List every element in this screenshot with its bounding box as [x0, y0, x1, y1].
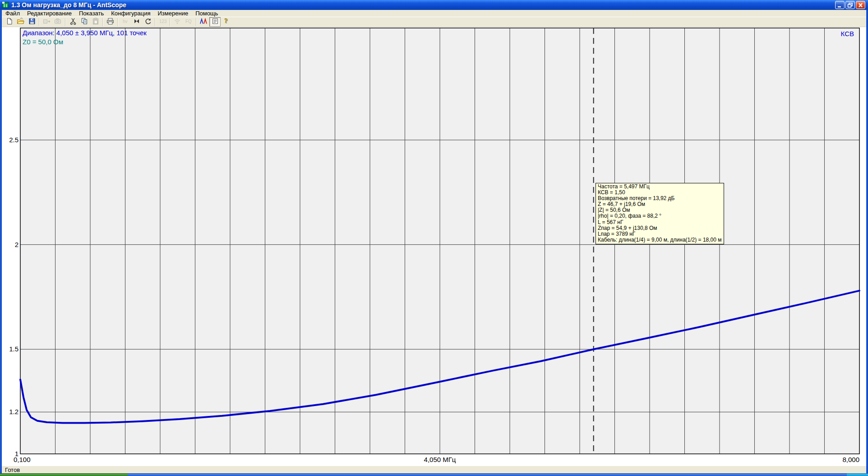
frequency-button: FQ	[183, 17, 194, 27]
screenshot-icon	[54, 17, 62, 27]
write-device-button	[41, 17, 52, 27]
chart-client-area: Диапазон: 4,050 ± 3,950 МГц, 101 точек Z…	[2, 27, 866, 466]
minimize-icon	[837, 3, 843, 8]
write-device-icon	[42, 17, 51, 27]
menu-item-measurement[interactable]: Измерение	[154, 10, 192, 17]
restore-icon	[847, 3, 853, 8]
copy-icon	[80, 17, 88, 27]
x-axis-label: 8,000	[842, 456, 859, 463]
antscope-app-icon	[2, 1, 9, 9]
menu-item-edit[interactable]: Редактирование	[23, 10, 75, 17]
taskbar-sliver[interactable]	[128, 473, 847, 476]
window-border-left	[0, 10, 2, 473]
menu-bar: ФайлРедактированиеПоказатьКонфигурацияИз…	[2, 10, 866, 17]
taskbar	[0, 473, 868, 476]
help-button[interactable]: ??	[221, 17, 232, 27]
toolbar-separator	[65, 18, 66, 26]
antenna-icon	[173, 17, 182, 27]
hv-scale-icon: hv	[121, 17, 129, 27]
open-button[interactable]	[15, 17, 26, 27]
new-document-icon	[5, 17, 14, 27]
save-icon	[28, 17, 36, 27]
report-button[interactable]	[209, 17, 221, 27]
tooltip-line: |rho| = 0,20, фаза = 88,2 °	[598, 213, 722, 219]
system-tray-sliver[interactable]	[847, 473, 868, 476]
svg-text:?: ?	[224, 18, 227, 24]
svg-text:123: 123	[159, 19, 167, 24]
print-icon	[106, 17, 115, 27]
menu-item-file[interactable]: Файл	[2, 10, 23, 17]
y-axis-label: 1.5	[2, 345, 18, 353]
paste-button	[90, 17, 101, 27]
tooltip-line: Lпар = 3789 нГ	[598, 231, 722, 237]
cursor-tooltip: Частота = 5,497 МГцКСВ = 1,50Возвратные …	[596, 183, 724, 244]
start-button-sliver[interactable]	[0, 473, 128, 476]
toolbar-separator	[102, 18, 103, 26]
menu-item-view[interactable]: Показать	[75, 10, 107, 17]
toolbar-separator	[170, 18, 171, 26]
svg-text:hv: hv	[123, 19, 128, 24]
restore-button[interactable]	[845, 1, 855, 9]
close-button[interactable]	[856, 1, 865, 9]
screenshot-button	[52, 17, 64, 27]
status-text: Готов	[5, 467, 20, 473]
y-axis-label: 2.5	[2, 136, 18, 144]
toolbar-separator	[196, 18, 197, 26]
z0-label: Z0 = 50,0 Ом	[23, 38, 63, 46]
fq-icon: FQ	[185, 17, 194, 27]
y-axis-label: 2	[2, 241, 18, 248]
refresh-icon	[144, 17, 152, 27]
sweep-range-label: Диапазон: 4,050 ± 3,950 МГц, 101 точек	[23, 29, 147, 37]
zoom-select-icon	[133, 17, 141, 27]
numeric-display-button: 123	[157, 17, 168, 27]
new-button[interactable]	[4, 17, 15, 27]
hv-scale-button: hv	[120, 17, 131, 27]
menu-item-help[interactable]: Помощь	[192, 10, 222, 17]
cut-button[interactable]	[67, 17, 78, 27]
tooltip-line: L = 567 нГ	[598, 219, 722, 225]
toolbar-separator	[39, 18, 40, 26]
numeric-123-icon: 123	[158, 17, 167, 27]
help-icon: ??	[223, 17, 230, 27]
x-axis-label: 4,050 МГц	[424, 456, 456, 463]
waveform-icon	[199, 17, 208, 27]
print-button[interactable]	[105, 17, 116, 27]
toolbar-separator	[155, 18, 156, 26]
paste-icon	[92, 17, 100, 27]
zoom-select-button[interactable]	[131, 17, 142, 27]
cut-icon	[69, 17, 77, 27]
x-axis-label: 0,100	[14, 456, 31, 463]
title-bar[interactable]: 1.3 Ом нагрузка_до 8 МГц - AntScope	[0, 0, 868, 10]
swr-chart[interactable]	[2, 27, 866, 466]
svg-text:FQ: FQ	[185, 19, 192, 24]
tooltip-line: Кабель: длина(1/4) = 9,00 м, длина(1/2) …	[598, 237, 722, 243]
antscope-window: 1.3 Ом нагрузка_до 8 МГц - AntScope Файл…	[0, 0, 868, 476]
toolbar: hv123FQ??	[2, 17, 866, 27]
trace-type-label: КСВ	[841, 30, 854, 37]
waveform-button[interactable]	[198, 17, 209, 27]
refresh-button[interactable]	[142, 17, 153, 27]
close-icon	[858, 3, 863, 8]
report-icon	[211, 17, 219, 27]
window-buttons	[835, 1, 865, 9]
save-button[interactable]	[26, 17, 37, 27]
window-title: 1.3 Ом нагрузка_до 8 МГц - AntScope	[11, 1, 835, 9]
window-border-right	[866, 10, 868, 473]
toolbar-separator	[117, 18, 118, 26]
y-axis-label: 1.2	[2, 408, 18, 415]
antenna-button	[172, 17, 183, 27]
status-bar: Готов	[2, 466, 866, 473]
tooltip-line: Zпар = 54,9 + j130,8 Ом	[598, 225, 722, 231]
open-file-icon	[16, 17, 25, 27]
menu-item-configuration[interactable]: Конфигурация	[107, 10, 154, 17]
minimize-button[interactable]	[835, 1, 845, 9]
copy-button[interactable]	[78, 17, 90, 27]
